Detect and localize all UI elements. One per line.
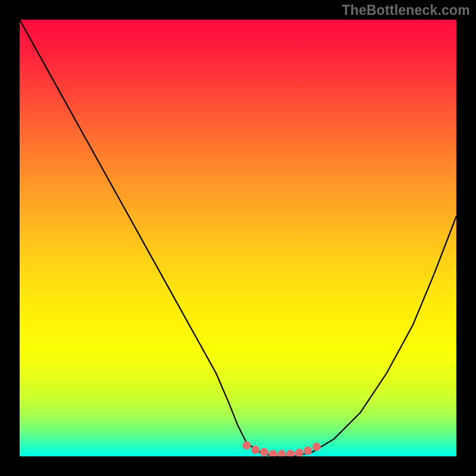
curve-marker bbox=[243, 441, 251, 450]
curve-marker bbox=[277, 450, 286, 456]
bottleneck-curve bbox=[20, 20, 456, 456]
curve-marker bbox=[286, 450, 295, 456]
marker-layer bbox=[243, 441, 321, 456]
curve-marker bbox=[303, 447, 312, 455]
plot-area bbox=[20, 20, 456, 456]
curve-marker bbox=[269, 450, 277, 456]
watermark-text: TheBottleneck.com bbox=[342, 2, 470, 18]
curve-layer bbox=[20, 20, 456, 456]
chart-svg bbox=[20, 20, 456, 456]
curve-marker bbox=[251, 446, 259, 454]
curve-marker bbox=[260, 448, 268, 456]
curve-marker bbox=[312, 443, 321, 451]
chart-frame: TheBottleneck.com bbox=[0, 0, 476, 476]
curve-marker bbox=[295, 449, 303, 456]
